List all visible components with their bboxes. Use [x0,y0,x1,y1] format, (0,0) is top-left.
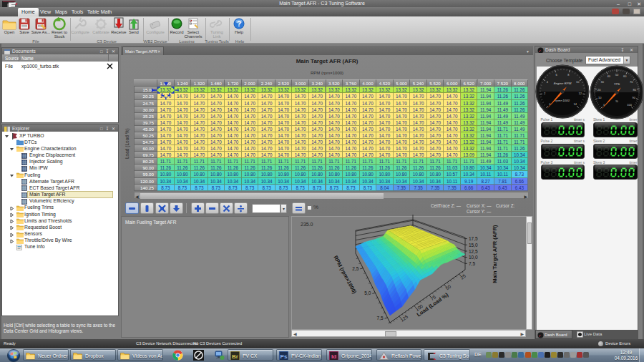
svg-text:Id: Id [331,353,336,360]
svg-text:Ps: Ps [280,353,288,360]
svg-text:?: ? [237,20,241,28]
svg-text:Br: Br [232,353,238,360]
